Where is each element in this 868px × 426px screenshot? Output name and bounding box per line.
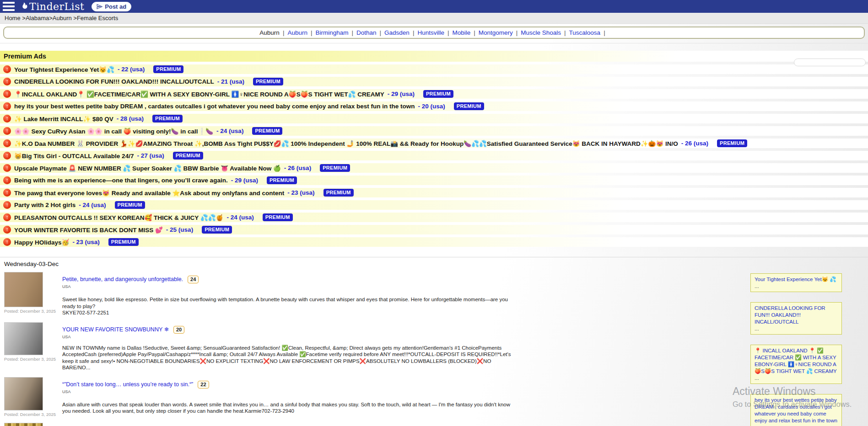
premium-ad-title[interactable]: Upscale Playmate 🚨 NEW NUMBER 💦 Super So… <box>14 165 281 172</box>
premium-ad-row: ↑ Your Tightest Experience Yet😼💦 - 22 (u… <box>0 64 868 74</box>
flame-icon <box>19 2 28 11</box>
posted-date: Posted: December 3, 2025 <box>4 412 56 417</box>
listing-thumbnail[interactable] <box>4 423 43 426</box>
menu-icon[interactable] <box>3 2 15 11</box>
up-arrow-icon[interactable]: ↑ <box>3 226 11 234</box>
up-arrow-icon[interactable]: ↑ <box>3 78 11 85</box>
up-arrow-icon[interactable]: ↑ <box>3 152 11 160</box>
listing-thumbnail[interactable] <box>4 322 43 355</box>
city-link-montgomery[interactable]: Montgomery <box>479 29 513 36</box>
premium-badge[interactable]: PREMIUM <box>320 164 350 172</box>
premium-badge[interactable]: PREMIUM <box>263 213 293 221</box>
ellipsis: ... <box>755 283 838 290</box>
listing-title[interactable]: Petite, brunette, and dangerously unforg… <box>62 276 183 282</box>
premium-ad-title[interactable]: Party with 2 Hot girls <box>14 202 75 208</box>
premium-ad-title[interactable]: 🌸🌸 Sexy CuRvy Asian 🌸🌸 in call 🍑 visitin… <box>14 128 213 135</box>
premium-ad-title[interactable]: CINDERELLA LOOKING FOR FUN!!! OAKLAND!!!… <box>14 78 214 85</box>
up-arrow-icon[interactable]: ↑ <box>3 201 11 209</box>
city-link-dothan[interactable]: Dothan <box>356 29 377 36</box>
paper-plane-icon <box>97 4 102 10</box>
premium-ad-meta[interactable]: - 25 (usa) <box>166 226 193 233</box>
city-link-huntsville[interactable]: Huntsville <box>417 29 444 36</box>
up-arrow-icon[interactable]: ↑ <box>3 238 11 246</box>
premium-ad-row: ↑ CINDERELLA LOOKING FOR FUN!!! OAKLAND!… <box>0 77 868 86</box>
up-arrow-icon[interactable]: ↑ <box>3 115 11 122</box>
premium-ad-meta[interactable]: - 29 (usa) <box>231 177 258 184</box>
up-arrow-icon[interactable]: ↑ <box>3 90 11 98</box>
listing-title[interactable]: “”Don’t stare too long… unless you’re re… <box>62 381 193 388</box>
up-arrow-icon[interactable]: ↑ <box>3 164 11 172</box>
premium-badge[interactable]: PREMIUM <box>152 115 183 122</box>
premium-ad-title[interactable]: hey its your best wettes petite baby DRE… <box>14 103 415 110</box>
premium-badge[interactable]: PREMIUM <box>202 226 232 234</box>
premium-ad-meta[interactable]: - 26 (usa) <box>284 165 311 171</box>
up-arrow-icon[interactable]: ↑ <box>3 213 11 221</box>
sidebar-ad-link[interactable]: 📍 INCALL OAKLAND 📍 ✅ FACETIME/CAR ✅ WITH… <box>755 348 837 374</box>
premium-ad-meta[interactable]: - 21 (usa) <box>217 78 244 85</box>
sidebar-premium-box: hey its your best wettes petite baby DRE… <box>750 394 842 426</box>
listing-thumbnail[interactable] <box>4 272 43 307</box>
premium-badge[interactable]: PREMIUM <box>252 127 282 135</box>
sidebar-ad-link[interactable]: hey its your best wettes petite baby DRE… <box>755 397 837 423</box>
premium-ad-meta[interactable]: - 22 (usa) <box>118 66 145 73</box>
empty-input-placeholder[interactable] <box>794 59 866 66</box>
premium-ad-meta[interactable]: - 24 (usa) <box>226 214 253 221</box>
premium-ad-meta[interactable]: - 24 (usa) <box>216 128 243 134</box>
city-link-mobile[interactable]: Mobile <box>452 29 470 36</box>
premium-ad-title[interactable]: ✨ Lake Merritt INCALL✨ $80 QV <box>14 115 113 122</box>
up-arrow-icon[interactable]: ↑ <box>3 102 11 110</box>
up-arrow-icon[interactable]: ↑ <box>3 189 11 197</box>
premium-ad-row: ↑ The pawg that everyone loves😻 Ready an… <box>0 188 868 197</box>
post-ad-button[interactable]: Post ad <box>92 2 131 11</box>
premium-badge[interactable]: PREMIUM <box>173 152 203 160</box>
premium-ad-meta[interactable]: - 20 (usa) <box>418 103 445 110</box>
premium-badge[interactable]: PREMIUM <box>115 201 145 209</box>
breadcrumb[interactable]: Home >Alabama>Auburn >Female Escorts <box>5 15 118 21</box>
premium-ad-meta[interactable]: - 23 (usa) <box>72 239 99 245</box>
premium-badge[interactable]: PREMIUM <box>423 90 453 98</box>
premium-ad-title[interactable]: 📍INCALL OAKLAND📍 ✅FACETIME/CAR✅ WITH A S… <box>14 91 384 98</box>
premium-badge[interactable]: PREMIUM <box>153 65 183 73</box>
brand-name: TinderList <box>29 1 84 12</box>
premium-ad-title[interactable]: Being with me is an experience—one that … <box>14 177 228 184</box>
premium-ad-title[interactable]: YOUR WINTER FAVORITE IS BACK DONT MISS 💕 <box>14 226 163 234</box>
premium-ad-meta[interactable]: - 28 (usa) <box>117 115 144 122</box>
up-arrow-icon[interactable]: ↑ <box>3 65 11 73</box>
premium-ad-meta[interactable]: - 26 (usa) <box>681 140 708 147</box>
up-arrow-icon[interactable]: ↑ <box>3 139 11 147</box>
premium-ad-meta[interactable]: - 27 (usa) <box>137 152 164 159</box>
listing-thumbnail[interactable] <box>4 377 43 410</box>
premium-ad-meta[interactable]: - 24 (usa) <box>79 202 106 208</box>
age-badge: 22 <box>198 381 209 389</box>
premium-ad-row: ↑ 📍INCALL OAKLAND📍 ✅FACETIME/CAR✅ WITH A… <box>0 89 868 99</box>
premium-ad-title[interactable]: PLEASANTON OUTCALLS !! SEXY KOREAN🥰 THIC… <box>14 214 223 221</box>
post-ad-label: Post ad <box>105 3 126 10</box>
premium-ad-title[interactable]: ✨K.O Daa NUMBER 🐰 PROVIDER 💃✨💋AMAZING Th… <box>14 140 678 147</box>
premium-badge[interactable]: PREMIUM <box>454 102 484 110</box>
premium-badge[interactable]: PREMIUM <box>267 176 297 184</box>
premium-badge[interactable]: PREMIUM <box>253 78 283 85</box>
breadcrumb-bar: Home >Alabama>Auburn >Female Escorts <box>0 13 868 24</box>
premium-ad-title[interactable]: 😸Big Tits Girl - OUTCALL Available 24/7 <box>14 152 134 160</box>
brand-logo[interactable]: TinderList <box>19 1 84 12</box>
city-link-gadsden[interactable]: Gadsden <box>384 29 410 36</box>
premium-badge[interactable]: PREMIUM <box>108 238 139 246</box>
sidebar-ad-link[interactable]: CINDERELLA LOOKING FOR FUN!!! OAKLAND!!!… <box>755 305 825 325</box>
city-link-muscle-shoals[interactable]: Muscle Shoals <box>521 29 561 36</box>
premium-ad-title[interactable]: The pawg that everyone loves😻 Ready and … <box>14 189 284 197</box>
city-link-auburn[interactable]: Auburn <box>287 29 307 36</box>
premium-ad-row: ↑ PLEASANTON OUTCALLS !! SEXY KOREAN🥰 TH… <box>0 213 868 222</box>
up-arrow-icon[interactable]: ↑ <box>3 127 11 135</box>
premium-badge[interactable]: PREMIUM <box>323 189 354 197</box>
premium-ad-meta[interactable]: - 23 (usa) <box>287 189 314 196</box>
premium-ad-title[interactable]: Happy HOlidays🥳 <box>14 239 69 246</box>
city-link-birmingham[interactable]: Birmingham <box>315 29 348 36</box>
city-link-tuscaloosa[interactable]: Tuscaloosa <box>569 29 601 36</box>
up-arrow-icon[interactable]: ↑ <box>3 176 11 184</box>
premium-ad-title[interactable]: Your Tightest Experience Yet😼💦 <box>14 66 114 73</box>
listing-title[interactable]: YOUR NEW FAVORITE SNOWBUNNY ❄ <box>62 326 169 333</box>
sidebar-ad-link[interactable]: Your Tightest Experience Yet😼 💦 <box>755 277 836 282</box>
premium-badge[interactable]: PREMIUM <box>717 139 747 147</box>
premium-ad-meta[interactable]: - 29 (usa) <box>388 91 415 97</box>
premium-ads-heading: Premium Ads <box>0 51 868 62</box>
